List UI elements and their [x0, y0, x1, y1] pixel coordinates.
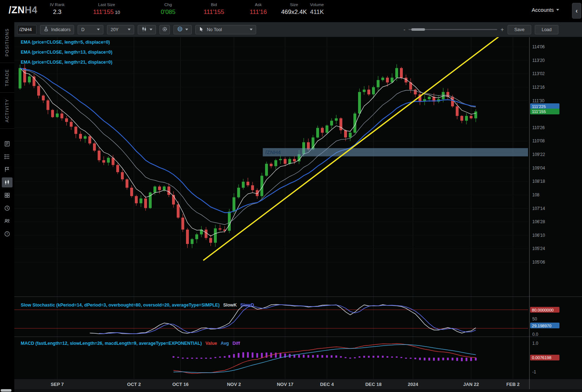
candle: [246, 182, 249, 185]
sidebar-tab-positions[interactable]: POSITIONS: [0, 22, 14, 63]
help-icon[interactable]: ?: [2, 229, 13, 239]
candle: [28, 77, 31, 83]
candle: [265, 164, 268, 176]
candle: [386, 78, 389, 82]
macd-hist-bar: [452, 358, 454, 361]
ema-price-badge: 111'225: [530, 103, 559, 109]
study-label-stochastic[interactable]: Slow Stochastic (kPeriod=14, dPeriod=3, …: [21, 303, 254, 308]
chevron-down-icon: [150, 29, 152, 30]
study-label-ema21[interactable]: EMA (price=CLOSE, length=21, displace=0): [21, 60, 112, 65]
candle: [88, 136, 91, 143]
left-sidebar: POSITIONS TRADE ACTIVITY ?: [0, 22, 14, 392]
zoom-in-button[interactable]: +: [500, 26, 504, 33]
svg-text:107'14: 107'14: [532, 206, 545, 211]
candle: [135, 196, 138, 203]
svg-text:0.0076198: 0.0076198: [532, 356, 551, 360]
aggregation-value: D: [81, 27, 84, 32]
chart-settings-button[interactable]: [160, 25, 170, 34]
candle: [186, 230, 189, 244]
panel-dividers: [14, 297, 582, 379]
macd-hist-bar: [387, 356, 388, 358]
macd-hist-bar: [308, 355, 309, 358]
drawing-tool-dropdown[interactable]: No Tool: [195, 25, 256, 34]
candle: [51, 110, 54, 117]
chevron-down-icon: [97, 29, 100, 30]
macd-hist-bar: [247, 352, 249, 358]
candle: [205, 230, 207, 238]
candle: [191, 239, 194, 244]
range-dropdown[interactable]: 20Y: [107, 25, 134, 34]
stoch-mid-tick: 50: [532, 317, 537, 322]
macd-hist-bar: [238, 353, 240, 358]
stoch-bottom-tick: 0.0: [532, 332, 538, 337]
slowk-line: [90, 304, 476, 334]
grid-icon[interactable]: [2, 190, 13, 200]
candle: [144, 199, 147, 208]
candle: [79, 134, 82, 138]
macd-hist-bar: [303, 355, 305, 358]
macd-hist-bar: [322, 355, 323, 358]
chart-type-dropdown[interactable]: [138, 25, 156, 34]
macd-hist-bar: [396, 357, 398, 358]
macd-hist-bar: [177, 357, 179, 358]
price-band-drawing[interactable]: /ZNH4: [263, 148, 528, 156]
candle: [321, 128, 324, 133]
charts-icon[interactable]: [2, 177, 13, 187]
price-axis[interactable]: 114'06113'20113'02112'16111'30110'26110'…: [532, 44, 545, 265]
quote-label: IV Rank: [50, 3, 65, 7]
zoom-slider-handle[interactable]: [411, 28, 425, 31]
candlestick-icon: [141, 26, 147, 33]
candle: [47, 101, 49, 110]
svg-text:112'16: 112'16: [532, 85, 545, 90]
macd-hist-bar: [256, 353, 258, 358]
macd-hist-bar: [275, 353, 277, 358]
history-clock-icon[interactable]: [2, 203, 13, 213]
candle: [233, 197, 235, 212]
price-chart-canvas[interactable]: /ZNH4SEP 7OCT 2OCT 16NOV 2NOV 17DEC 4DEC…: [14, 37, 582, 392]
candle: [84, 136, 87, 139]
quote-label: Chg: [161, 3, 175, 7]
candle: [344, 130, 347, 137]
ema-13-line[interactable]: [20, 68, 476, 225]
candle: [98, 151, 101, 160]
aggregation-dropdown[interactable]: D: [78, 25, 103, 34]
study-label-macd[interactable]: MACD (fastLength=12, slowLength=26, macd…: [21, 341, 240, 346]
orders-list-icon[interactable]: [2, 152, 13, 162]
candle: [214, 229, 217, 243]
symbol-input[interactable]: [17, 25, 36, 34]
save-button[interactable]: Save: [508, 25, 532, 34]
load-button[interactable]: Load: [535, 25, 558, 34]
scrollbar-corner-handle[interactable]: [1, 389, 11, 392]
time-tick-label: OCT 2: [127, 382, 141, 387]
candle: [181, 217, 184, 229]
candle: [456, 106, 459, 116]
macd-hist-bar: [298, 355, 300, 358]
quote-field-chg: Chg0'085: [161, 3, 175, 16]
chart-mode-dropdown[interactable]: [173, 25, 192, 34]
study-label-ema5[interactable]: EMA (price=CLOSE, length=5, displace=0): [21, 40, 110, 45]
people-icon[interactable]: [2, 216, 13, 226]
indicators-button[interactable]: Indicators: [40, 25, 74, 34]
macd-hist-bar: [233, 354, 235, 358]
zoom-slider[interactable]: [409, 29, 497, 30]
macd-hist-bar: [447, 358, 449, 360]
quote-label: Bid: [204, 3, 224, 7]
candle: [442, 92, 445, 99]
macd-hist-bar: [210, 358, 212, 359]
macd-hist-bar: [215, 357, 216, 358]
macd-hist-bar: [252, 352, 254, 358]
flag-icon[interactable]: [2, 165, 13, 175]
sidebar-tab-activity[interactable]: ACTIVITY: [0, 93, 14, 129]
sidebar-icon-rail: ?: [2, 139, 13, 239]
time-axis[interactable]: [14, 379, 582, 389]
quote-label: Ask: [250, 3, 267, 7]
collapse-panel-button[interactable]: ‹: [572, 3, 581, 19]
horizontal-scrollbar[interactable]: [14, 389, 582, 392]
study-label-ema13[interactable]: EMA (price=CLOSE, length=13, displace=0): [21, 50, 112, 55]
quote-field-last-size: Last Size111'155 10: [93, 3, 120, 16]
zoom-out-button[interactable]: -: [404, 26, 405, 33]
news-icon[interactable]: [2, 139, 13, 149]
accounts-menu[interactable]: Accounts: [532, 7, 559, 13]
sidebar-tab-trade[interactable]: TRADE: [0, 63, 14, 93]
quote-label: Size: [281, 3, 307, 7]
